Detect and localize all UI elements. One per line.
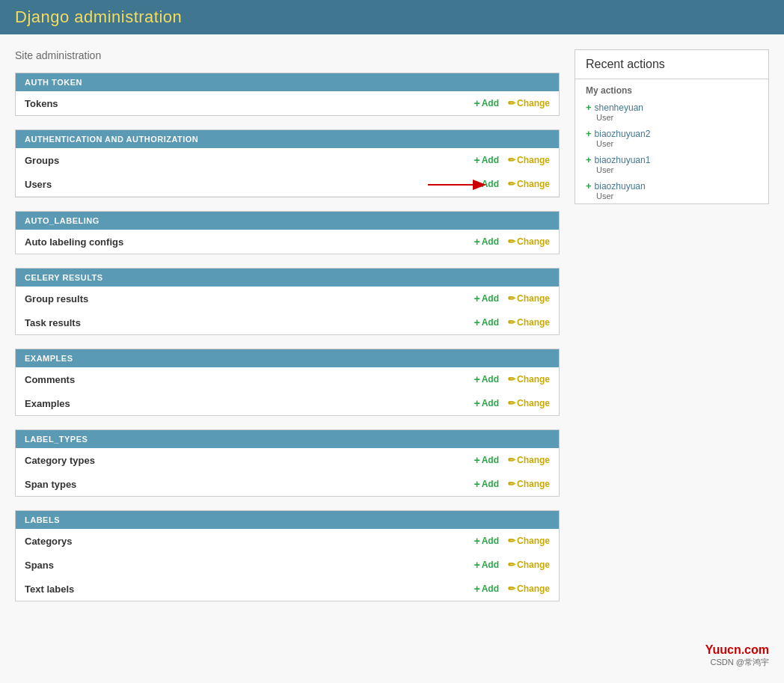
model-actions: + Add✏ Change <box>474 97 550 109</box>
model-actions: + Add✏ Change <box>474 583 550 595</box>
model-row: Tokens+ Add✏ Change <box>16 91 559 115</box>
action-name: shenheyuan <box>595 102 643 113</box>
model-name: Users <box>25 179 474 190</box>
model-name: Category types <box>25 455 474 466</box>
model-name: Spans <box>25 560 474 571</box>
plus-icon: + <box>474 97 480 109</box>
breadcrumb: Site administration <box>15 49 560 61</box>
recent-actions-title: Recent actions <box>575 50 768 79</box>
change-link[interactable]: ✏ Change <box>508 317 550 328</box>
add-icon: + <box>586 154 592 165</box>
app-module-label-types: LABEL_TYPESCategory types+ Add✏ ChangeSp… <box>15 429 560 497</box>
add-link[interactable]: + Add <box>474 236 499 248</box>
model-row: Spans+ Add✏ Change <box>16 553 559 577</box>
recent-action-link[interactable]: + biaozhuyuan2 <box>586 128 758 139</box>
model-row: Comments+ Add✏ Change <box>16 367 559 391</box>
action-name: biaozhuyuan1 <box>595 155 651 165</box>
model-name: Task results <box>25 317 474 328</box>
pencil-icon: ✏ <box>508 293 515 304</box>
app-module-header: AUTH TOKEN <box>16 73 559 91</box>
app-module-header: AUTHENTICATION AND AUTHORIZATION <box>16 130 559 148</box>
change-link[interactable]: ✏ Change <box>508 236 550 247</box>
recent-action-item: + biaozhuyuan2 User <box>575 125 768 151</box>
change-link[interactable]: ✏ Change <box>508 98 550 108</box>
model-row: Groups+ Add✏ Change <box>16 148 559 172</box>
recent-actions-panel: Recent actions My actions + shenheyuan U… <box>575 49 769 204</box>
add-link[interactable]: + Add <box>474 478 499 490</box>
add-link[interactable]: + Add <box>474 397 499 409</box>
change-link[interactable]: ✏ Change <box>508 374 550 385</box>
plus-icon: + <box>474 373 480 385</box>
change-link[interactable]: ✏ Change <box>508 398 550 408</box>
pencil-icon: ✏ <box>508 560 515 570</box>
change-link[interactable]: ✏ Change <box>508 584 550 594</box>
model-actions: + Add✏ Change <box>474 154 550 166</box>
pencil-icon: ✏ <box>508 479 515 489</box>
app-module-auth-authorization: AUTHENTICATION AND AUTHORIZATIONGroups+ … <box>15 129 560 197</box>
change-link[interactable]: ✏ Change <box>508 479 550 489</box>
pencil-icon: ✏ <box>508 317 515 328</box>
pencil-icon: ✏ <box>508 179 515 189</box>
model-actions: + Add✏ Change <box>474 178 550 190</box>
change-link[interactable]: ✏ Change <box>508 560 550 570</box>
action-name: biaozhuyuan2 <box>595 129 651 139</box>
recent-action-link[interactable]: + biaozhuyuan <box>586 180 758 192</box>
recent-action-link[interactable]: + shenheyuan <box>586 102 758 113</box>
sidebar: Recent actions My actions + shenheyuan U… <box>575 49 769 615</box>
sections-container: AUTH TOKENTokens+ Add✏ ChangeAUTHENTICAT… <box>15 73 560 601</box>
app-module-auth-token: AUTH TOKENTokens+ Add✏ Change <box>15 73 560 116</box>
model-actions: + Add✏ Change <box>474 559 550 571</box>
recent-action-item: + biaozhuyuan1 User <box>575 151 768 177</box>
action-type: User <box>586 192 758 200</box>
app-module-header: LABEL_TYPES <box>16 430 559 448</box>
pencil-icon: ✏ <box>508 455 515 465</box>
add-link[interactable]: + Add <box>474 178 499 190</box>
model-actions: + Add✏ Change <box>474 373 550 385</box>
plus-icon: + <box>474 397 480 409</box>
add-link[interactable]: + Add <box>474 454 499 466</box>
model-row: Category types+ Add✏ Change <box>16 448 559 472</box>
app-module-header: LABELS <box>16 511 559 529</box>
model-row: Task results+ Add✏ Change <box>16 310 559 334</box>
model-name: Text labels <box>25 584 474 595</box>
add-link[interactable]: + Add <box>474 373 499 385</box>
recent-action-item: + biaozhuyuan User <box>575 177 768 203</box>
plus-icon: + <box>474 316 480 328</box>
pencil-icon: ✏ <box>508 155 515 165</box>
add-icon: + <box>586 180 592 192</box>
add-link[interactable]: + Add <box>474 559 499 571</box>
pencil-icon: ✏ <box>508 536 515 546</box>
change-link[interactable]: ✏ Change <box>508 536 550 546</box>
model-actions: + Add✏ Change <box>474 293 550 304</box>
app-module-labels: LABELSCategorys+ Add✏ ChangeSpans+ Add✏ … <box>15 510 560 601</box>
model-actions: + Add✏ Change <box>474 397 550 409</box>
add-icon: + <box>586 102 592 113</box>
add-link[interactable]: + Add <box>474 316 499 328</box>
add-link[interactable]: + Add <box>474 293 499 304</box>
plus-icon: + <box>474 454 480 466</box>
add-link[interactable]: + Add <box>474 583 499 595</box>
add-link[interactable]: + Add <box>474 154 499 166</box>
plus-icon: + <box>474 559 480 571</box>
recent-action-link[interactable]: + biaozhuyuan1 <box>586 154 758 165</box>
plus-icon: + <box>474 583 480 595</box>
model-name: Auto labeling configs <box>25 236 474 248</box>
change-link[interactable]: ✏ Change <box>508 293 550 304</box>
add-link[interactable]: + Add <box>474 97 499 109</box>
plus-icon: + <box>474 293 480 304</box>
model-row: Categorys+ Add✏ Change <box>16 529 559 553</box>
model-name: Categorys <box>25 536 474 547</box>
change-link[interactable]: ✏ Change <box>508 455 550 465</box>
model-name: Examples <box>25 398 474 409</box>
model-actions: + Add✏ Change <box>474 236 550 248</box>
model-name: Span types <box>25 479 474 490</box>
action-type: User <box>586 165 758 174</box>
change-link[interactable]: ✏ Change <box>508 155 550 165</box>
app-module-header: CELERY RESULTS <box>16 269 559 287</box>
app-module-examples: EXAMPLESComments+ Add✏ ChangeExamples+ A… <box>15 349 560 416</box>
pencil-icon: ✏ <box>508 584 515 594</box>
change-link[interactable]: ✏ Change <box>508 179 550 189</box>
model-name: Comments <box>25 374 474 385</box>
action-type: User <box>586 113 758 122</box>
add-link[interactable]: + Add <box>474 535 499 547</box>
